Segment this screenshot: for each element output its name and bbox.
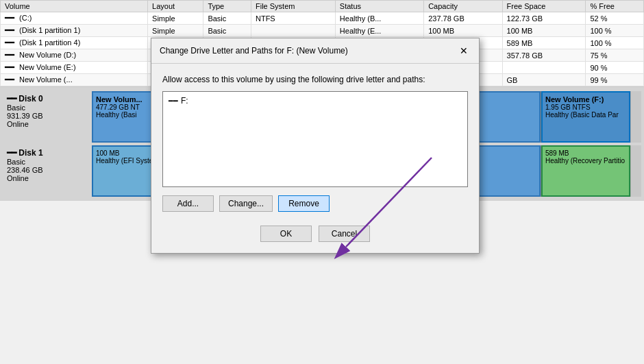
path-list-box: ━━ F: bbox=[162, 91, 468, 187]
change-button[interactable]: Change... bbox=[219, 195, 273, 212]
disk1-partition-recovery[interactable]: 589 MB Healthy (Recovery Partitio bbox=[541, 145, 630, 197]
dialog-body: Allow access to this volume by using the… bbox=[151, 64, 479, 253]
drive-icon: ━━ bbox=[169, 97, 178, 106]
disk1-partition-efi[interactable]: 100 MB Healthy (EFI Syste bbox=[92, 145, 160, 197]
disk0-name: ━━ Disk 0 bbox=[7, 94, 88, 104]
col-pctfree: % Free bbox=[586, 1, 644, 12]
add-button[interactable]: Add... bbox=[162, 195, 214, 212]
main-window: Volume Layout Type File System Status Ca… bbox=[0, 0, 644, 364]
dialog-footer: OK Cancel bbox=[162, 223, 468, 242]
scrollbar2[interactable] bbox=[630, 145, 641, 197]
table-cell: 589 MB bbox=[502, 37, 586, 49]
disk1-name: ━━ Disk 1 bbox=[7, 148, 88, 158]
table-cell: 237.78 GB bbox=[424, 12, 502, 25]
table-cell bbox=[502, 62, 586, 74]
table-row[interactable]: ━━ (Disk 1 partition 1)SimpleBasicHealth… bbox=[1, 25, 644, 37]
path-value: F: bbox=[181, 96, 188, 106]
disk1-part0-size: 100 MB bbox=[96, 149, 156, 157]
dialog-title: Change Drive Letter and Paths for F: (Ne… bbox=[160, 46, 348, 56]
dialog-action-buttons: Add... Change... Remove bbox=[162, 195, 468, 212]
table-cell: Healthy (E... bbox=[335, 25, 423, 37]
col-freespace: Free Space bbox=[502, 1, 586, 12]
table-cell: ━━ New Volume (... bbox=[1, 74, 148, 86]
col-layout: Layout bbox=[148, 1, 203, 12]
table-cell: 90 % bbox=[586, 62, 644, 74]
table-cell: NTFS bbox=[251, 12, 335, 25]
table-cell bbox=[251, 25, 335, 37]
disk-row-icon: ━━ bbox=[5, 14, 14, 22]
table-cell: Healthy (B... bbox=[335, 12, 423, 25]
path-item-f: ━━ F: bbox=[166, 95, 465, 107]
disk1-type: Basic bbox=[7, 158, 88, 166]
disk-row-icon: ━━ bbox=[5, 38, 14, 47]
disk-row-icon: ━━ bbox=[5, 51, 14, 59]
table-cell: 100 % bbox=[586, 25, 644, 37]
disk0-status: Online bbox=[7, 120, 88, 128]
table-cell: 100 MB bbox=[424, 25, 502, 37]
disk0-size: 931.39 GB bbox=[7, 112, 88, 120]
col-volume: Volume bbox=[1, 1, 148, 12]
table-cell: GB bbox=[502, 74, 586, 86]
disk0-part1-health: Healthy (Basic Data Par bbox=[545, 111, 626, 119]
disk0-part1-name: New Volume (F:) bbox=[545, 95, 626, 104]
table-cell: ━━ (C:) bbox=[1, 12, 148, 25]
col-type: Type bbox=[203, 1, 251, 12]
table-row[interactable]: ━━ (C:)SimpleBasicNTFSHealthy (B...237.7… bbox=[1, 12, 644, 25]
table-cell: Basic bbox=[203, 25, 251, 37]
cancel-button[interactable]: Cancel bbox=[319, 226, 370, 242]
disk-row-icon: ━━ bbox=[5, 63, 14, 71]
disk1-status: Online bbox=[7, 174, 88, 182]
table-cell: 100 % bbox=[586, 37, 644, 49]
disk-row-icon: ━━ bbox=[5, 75, 14, 84]
dialog-description: Allow access to this volume by using the… bbox=[162, 75, 468, 84]
change-drive-dialog: Change Drive Letter and Paths for F: (Ne… bbox=[151, 38, 480, 254]
remove-button[interactable]: Remove bbox=[278, 195, 330, 212]
disk0-part1-size: 1.95 GB NTFS bbox=[545, 104, 626, 111]
dialog-titlebar: Change Drive Letter and Paths for F: (Ne… bbox=[151, 38, 479, 64]
disk1-size: 238.46 GB bbox=[7, 166, 88, 174]
dialog-close-button[interactable]: ✕ bbox=[457, 44, 471, 58]
disk1-part0-health: Healthy (EFI Syste bbox=[96, 157, 156, 165]
disk0-partition-f[interactable]: New Volume (F:) 1.95 GB NTFS Healthy (Ba… bbox=[541, 91, 630, 143]
table-cell: 122.73 GB bbox=[502, 12, 586, 25]
disk0-label: ━━ Disk 0 Basic 931.39 GB Online bbox=[3, 91, 92, 143]
table-cell: Basic bbox=[203, 12, 251, 25]
col-status: Status bbox=[335, 1, 423, 12]
table-cell: 52 % bbox=[586, 12, 644, 25]
disk0-type: Basic bbox=[7, 104, 88, 112]
ok-button[interactable]: OK bbox=[260, 226, 312, 242]
table-cell: 100 MB bbox=[502, 25, 586, 37]
table-cell: ━━ (Disk 1 partition 1) bbox=[1, 25, 148, 37]
col-capacity: Capacity bbox=[424, 1, 502, 12]
table-cell: Simple bbox=[148, 25, 203, 37]
table-cell: ━━ New Volume (E:) bbox=[1, 62, 148, 74]
disk1-part2-size: 589 MB bbox=[545, 149, 626, 157]
table-cell: ━━ New Volume (D:) bbox=[1, 49, 148, 62]
table-cell: 99 % bbox=[586, 74, 644, 86]
scrollbar[interactable] bbox=[630, 91, 641, 143]
disk1-label: ━━ Disk 1 Basic 238.46 GB Online bbox=[3, 145, 92, 197]
table-cell: ━━ (Disk 1 partition 4) bbox=[1, 37, 148, 49]
disk-row-icon: ━━ bbox=[5, 26, 14, 34]
table-cell: 75 % bbox=[586, 49, 644, 62]
col-filesystem: File System bbox=[251, 1, 335, 12]
table-cell: Simple bbox=[148, 12, 203, 25]
disk1-part2-health: Healthy (Recovery Partitio bbox=[545, 157, 626, 165]
table-cell: 357.78 GB bbox=[502, 49, 586, 62]
